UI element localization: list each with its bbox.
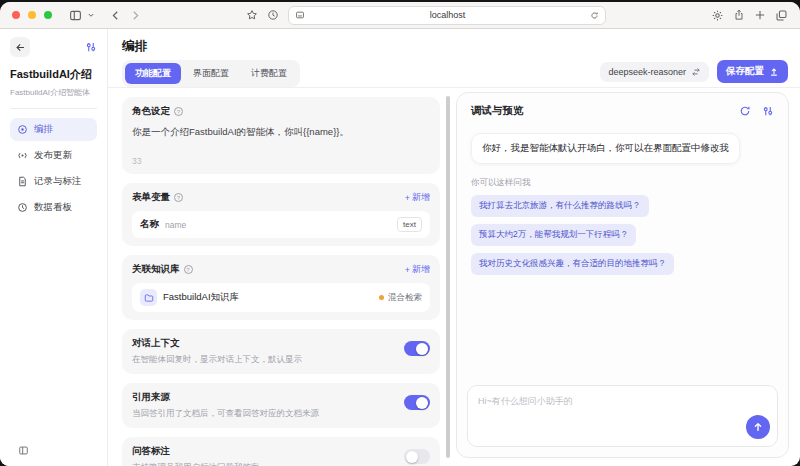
sidebar-item-records[interactable]: 记录与标注	[10, 170, 97, 193]
collapse-sidebar-icon[interactable]	[18, 445, 29, 456]
orchestrate-icon	[17, 124, 28, 135]
model-name: deepseek-reasoner	[608, 67, 686, 77]
chat-input-box	[467, 385, 778, 447]
upload-icon	[769, 67, 779, 77]
page-title: 编排	[122, 38, 147, 55]
plus-icon: +	[405, 265, 410, 275]
switch-knob	[416, 397, 428, 409]
send-button[interactable]	[746, 415, 770, 439]
broadcast-icon	[17, 150, 28, 161]
preview-title: 调试与预览	[471, 104, 524, 118]
maximize-window-button[interactable]	[44, 11, 52, 19]
add-variable-button[interactable]: +新增	[405, 191, 430, 204]
variable-row[interactable]: 名称 name text	[132, 211, 430, 238]
knowledge-base-name: FastbuildAI知识库	[163, 291, 239, 304]
role-prompt-textarea[interactable]: 你是一个介绍FastbuildAI的智能体，你叫{{name}}。	[132, 125, 430, 139]
function-config-form: 角色设定 ? 你是一个介绍FastbuildAI的智能体，你叫{{name}}。…	[108, 88, 454, 466]
document-icon	[17, 176, 28, 187]
folder-icon	[140, 289, 157, 306]
help-icon[interactable]: ?	[174, 193, 183, 202]
close-window-button[interactable]	[12, 11, 20, 19]
sidebar-item-publish[interactable]: 发布更新	[10, 144, 97, 167]
url-text: localhost	[305, 10, 590, 20]
knowledge-base-label: 关联知识库	[132, 263, 180, 276]
window-controls	[12, 11, 52, 19]
suggested-question[interactable]: 预算大约2万，能帮我规划一下行程吗？	[471, 224, 636, 246]
sidebar-item-dashboard[interactable]: 数据看板	[10, 196, 97, 219]
config-tabs: 功能配置 界面配置 计费配置	[122, 60, 300, 87]
annotation-toggle-title: 问答标注	[132, 445, 394, 458]
clock-icon	[17, 202, 28, 213]
sidebar-divider	[10, 108, 97, 109]
sidebar-item-orchestrate[interactable]: 编排	[10, 118, 97, 141]
citation-toggle-card: 引用来源 当回答引用了文档后，可查看回答对应的文档来源	[122, 383, 440, 428]
plus-icon: +	[405, 193, 410, 203]
tab-overview-icon[interactable]	[775, 9, 788, 22]
agent-name: FastbuildAI介绍	[10, 67, 97, 82]
agent-settings-sliders-icon[interactable]	[85, 41, 97, 53]
share-icon[interactable]	[733, 9, 745, 21]
retrieval-mode-badge: 混合检索	[379, 292, 422, 304]
context-toggle-card: 对话上下文 在智能体回复时，显示对话上下文，默认显示	[122, 329, 440, 374]
retrieval-dot-icon	[379, 295, 384, 300]
refresh-conversation-icon[interactable]	[739, 105, 751, 117]
browser-window: localhost FastbuildAI介绍 F	[0, 2, 800, 466]
help-icon[interactable]: ?	[184, 265, 193, 274]
bookmark-star-icon[interactable]	[246, 9, 258, 21]
annotation-toggle-desc: 支持管理员和用户标注问题和答案	[132, 462, 394, 466]
save-config-label: 保存配置	[726, 65, 764, 78]
page-settings-icon[interactable]	[295, 10, 305, 20]
browser-toolbar: localhost	[0, 2, 800, 29]
context-toggle-desc: 在智能体回复时，显示对话上下文，默认显示	[132, 354, 394, 366]
tab-billing-config[interactable]: 计费配置	[241, 63, 297, 84]
suggested-questions-label: 你可以这样问我	[471, 177, 774, 189]
help-icon[interactable]: ?	[174, 107, 183, 116]
sidebar-item-label: 编排	[34, 123, 53, 136]
form-variables-label: 表单变量	[132, 191, 170, 204]
back-button[interactable]	[10, 37, 30, 57]
add-knowledge-button[interactable]: +新增	[405, 263, 430, 276]
debug-preview-panel: 调试与预览 你好，我是智能体默认开场白，你可以在界面配置中修改我 你可以这样问我…	[456, 92, 789, 458]
model-switch-icon	[691, 67, 701, 77]
switch-knob	[406, 451, 418, 463]
preview-settings-icon[interactable]	[762, 105, 774, 117]
assistant-greeting-bubble: 你好，我是智能体默认开场白，你可以在界面配置中修改我	[471, 133, 740, 164]
extensions-gear-icon[interactable]	[711, 9, 724, 22]
sidebar-item-label: 记录与标注	[34, 175, 82, 188]
save-config-button[interactable]: 保存配置	[717, 60, 788, 83]
citation-toggle-title: 引用来源	[132, 391, 394, 404]
role-setting-card: 角色设定 ? 你是一个介绍FastbuildAI的智能体，你叫{{name}}。…	[122, 97, 440, 174]
annotation-toggle-switch[interactable]	[404, 449, 430, 464]
back-icon[interactable]	[110, 10, 121, 21]
suggested-question[interactable]: 我打算去北京旅游，有什么推荐的路线吗？	[471, 195, 649, 217]
sidebar-toggle-icon[interactable]	[69, 9, 82, 22]
annotation-toggle-card: 问答标注 支持管理员和用户标注问题和答案	[122, 437, 440, 466]
variable-key: name	[165, 220, 186, 230]
form-variables-card: 表单变量 ? +新增 名称 name text	[122, 183, 440, 246]
sidebar-item-label: 数据看板	[34, 201, 72, 214]
variable-name: 名称	[140, 218, 159, 231]
address-bar[interactable]: localhost	[288, 6, 606, 25]
minimize-window-button[interactable]	[28, 11, 36, 19]
variable-type-badge: text	[397, 217, 422, 232]
citation-toggle-desc: 当回答引用了文档后，可查看回答对应的文档来源	[132, 408, 394, 420]
context-toggle-title: 对话上下文	[132, 337, 394, 350]
forward-icon[interactable]	[130, 10, 141, 21]
knowledge-base-row[interactable]: FastbuildAI知识库 混合检索	[132, 283, 430, 312]
citation-toggle-switch[interactable]	[404, 395, 430, 410]
context-toggle-switch[interactable]	[404, 341, 430, 356]
new-tab-icon[interactable]	[754, 9, 766, 21]
knowledge-base-card: 关联知识库 ? +新增 FastbuildAI知识库 混合检索	[122, 255, 440, 320]
reload-icon[interactable]	[590, 11, 599, 20]
tab-interface-config[interactable]: 界面配置	[183, 63, 239, 84]
history-clock-icon[interactable]	[267, 9, 279, 21]
chevron-down-icon[interactable]	[87, 11, 95, 19]
sidebar-item-label: 发布更新	[34, 149, 72, 162]
tab-function-config[interactable]: 功能配置	[125, 63, 181, 84]
form-scrollbar[interactable]	[446, 96, 450, 458]
switch-knob	[416, 343, 428, 355]
suggested-question[interactable]: 我对历史文化很感兴趣，有合适的目的地推荐吗？	[471, 253, 674, 275]
chat-input[interactable]	[468, 386, 777, 446]
main-header: 编排 功能配置 界面配置 计费配置 deepseek-reasoner 保存配置	[108, 29, 800, 88]
model-selector[interactable]: deepseek-reasoner	[600, 62, 709, 82]
